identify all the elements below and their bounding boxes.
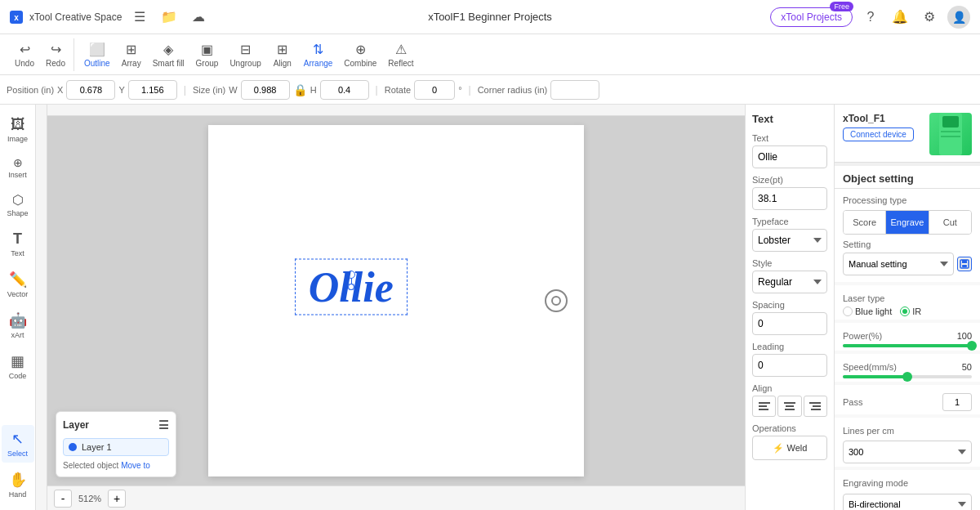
speed-slider-track[interactable] (843, 375, 972, 378)
spacing-input[interactable] (752, 312, 827, 335)
rotate-input[interactable] (414, 80, 455, 100)
project-title: xToolF1 Beginner Projects (428, 11, 552, 23)
layer-item[interactable]: Layer 1 (63, 438, 169, 456)
power-slider-thumb[interactable] (967, 341, 977, 351)
engrave-button[interactable]: Engrave (886, 211, 929, 234)
svg-rect-7 (785, 409, 795, 410)
layer-panel: Layer ☰ Layer 1 Selected object Move to (56, 411, 176, 477)
svg-rect-12 (942, 116, 959, 128)
lines-per-cm-select[interactable]: 300 (843, 441, 972, 463)
processing-type-label: Processing type (843, 195, 972, 205)
ir-radio[interactable] (900, 306, 910, 316)
sidebar-item-code[interactable]: ▦ Code (2, 347, 34, 385)
position-field: Position (in) (7, 85, 54, 95)
connect-device-button[interactable]: Connect device (843, 128, 914, 141)
size-input[interactable] (752, 187, 827, 210)
align-button[interactable]: ⊞ Align (268, 38, 297, 71)
xtool-projects-button[interactable]: xTool Projects Free (770, 7, 853, 27)
svg-rect-10 (811, 409, 821, 410)
ir-option[interactable]: IR (900, 306, 921, 316)
power-label: Power(%) (843, 331, 882, 341)
align-center-button[interactable] (777, 396, 801, 417)
object-setting-title: Object setting (835, 166, 980, 189)
move-to-link[interactable]: Move to (121, 461, 150, 470)
weld-button[interactable]: ⚡ Weld (752, 436, 827, 460)
smart-fill-button[interactable]: ◈ Smart fill (148, 38, 189, 71)
align-icon: ⊞ (277, 42, 287, 57)
help-button[interactable]: ? (859, 6, 882, 29)
leading-input[interactable] (752, 354, 827, 377)
combine-button[interactable]: ⊕ Combine (339, 38, 381, 71)
zoom-plus-button[interactable]: + (108, 490, 126, 508)
blue-light-radio[interactable] (843, 306, 853, 316)
undo-button[interactable]: ↩ Undo (10, 38, 39, 71)
blue-light-option[interactable]: Blue light (843, 306, 892, 316)
group-icon: ▣ (201, 42, 213, 57)
corner-radius-input[interactable] (550, 80, 599, 100)
text-icon: T (13, 230, 22, 248)
align-right-button[interactable] (804, 396, 827, 417)
speed-slider-thumb[interactable] (902, 372, 912, 382)
sidebar-item-insert[interactable]: ⊕ Insert (2, 151, 34, 184)
text-label: Text (752, 133, 827, 143)
canvas-document[interactable]: Ollie (208, 125, 584, 476)
array-button[interactable]: ⊞ Array (117, 38, 146, 71)
app-logo: x (10, 11, 23, 24)
h-input[interactable] (320, 80, 369, 100)
style-select[interactable]: Regular (752, 271, 827, 293)
notification-button[interactable]: 🔔 (889, 6, 911, 29)
speed-section: Speed(mm/s) 50 (835, 354, 980, 382)
engraving-mode-select[interactable]: Bi-directional (843, 494, 972, 510)
cut-button[interactable]: Cut (929, 211, 971, 234)
power-slider-row (843, 344, 972, 347)
titlebar-center: xToolF1 Beginner Projects (428, 11, 552, 23)
score-button[interactable]: Score (844, 211, 886, 234)
w-input[interactable] (241, 80, 290, 100)
sidebar-item-text[interactable]: T Text (2, 226, 34, 262)
outline-button[interactable]: ⬜ Outline (79, 38, 115, 71)
canvas-area: Ollie (36, 105, 745, 510)
sidebar-item-xart[interactable]: 🤖 xArt (2, 306, 34, 344)
layer-color-dot (69, 443, 77, 451)
pass-row: Pass (843, 393, 972, 411)
align-left-button[interactable] (752, 396, 776, 417)
x-input[interactable] (66, 80, 115, 100)
settings-button[interactable]: ⚙ (918, 6, 941, 29)
hamburger-button[interactable]: ☰ (128, 6, 151, 29)
power-slider-track[interactable] (843, 344, 972, 347)
combine-icon: ⊕ (355, 42, 366, 57)
cloud-button[interactable]: ☁ (187, 6, 210, 29)
sidebar-item-vector[interactable]: ✏️ Vector (2, 266, 34, 303)
typeface-select[interactable]: Lobster (752, 229, 827, 252)
arrange-button[interactable]: ⇅ Arrange (299, 38, 338, 71)
titlebar: x xTool Creative Space ☰ 📁 ☁ xToolF1 Beg… (0, 0, 980, 34)
layer-menu-icon[interactable]: ☰ (158, 418, 169, 432)
speed-row: Speed(mm/s) 50 (843, 362, 972, 372)
select-icon: ↖ (11, 430, 24, 448)
undo-icon: ↩ (20, 42, 30, 57)
reflect-button[interactable]: ⚠ Reflect (383, 38, 418, 71)
speed-slider-row (843, 375, 972, 378)
handle-bot-right[interactable] (348, 284, 354, 290)
redo-button[interactable]: ↪ Redo (41, 38, 70, 71)
y-input[interactable] (128, 80, 177, 100)
svg-rect-9 (813, 405, 821, 407)
pass-input[interactable] (942, 393, 972, 411)
zoom-minus-button[interactable]: - (54, 490, 72, 508)
group-button[interactable]: ▣ Group (191, 38, 224, 71)
sidebar-item-image[interactable]: 🖼 Image (2, 111, 34, 148)
shape-icon: ⬡ (12, 192, 24, 208)
setting-select[interactable]: Manual setting (843, 253, 954, 275)
lock-icon[interactable]: 🔒 (293, 83, 307, 96)
titlebar-right: xTool Projects Free ? 🔔 ⚙ 👤 (760, 6, 980, 29)
text-input[interactable] (752, 145, 827, 168)
sidebar-item-hand[interactable]: ✋ Hand (2, 466, 34, 503)
y-field: Y (118, 80, 176, 100)
sidebar-item-shape[interactable]: ⬡ Shape (2, 187, 34, 222)
sidebar-item-select[interactable]: ↖ Select (2, 425, 34, 463)
avatar: 👤 (947, 6, 970, 29)
operations-label: Operations (752, 423, 827, 433)
folder-button[interactable]: 📁 (158, 6, 180, 29)
save-setting-button[interactable] (957, 257, 972, 271)
ungroup-button[interactable]: ⊟ Ungroup (225, 38, 265, 71)
